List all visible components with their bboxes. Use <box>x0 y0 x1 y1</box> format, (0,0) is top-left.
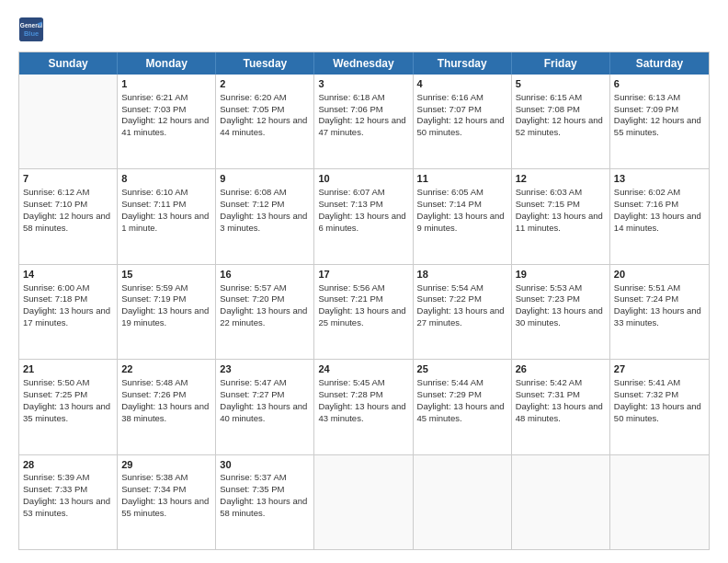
daylight-text: Daylight: 13 hours and 43 minutes. <box>318 401 408 425</box>
daylight-text: Daylight: 13 hours and 11 minutes. <box>516 211 606 235</box>
calendar-cell: 20 Sunrise: 5:51 AM Sunset: 7:24 PM Dayl… <box>610 265 709 359</box>
calendar-row: 1 Sunrise: 6:21 AM Sunset: 7:03 PM Dayli… <box>19 75 709 169</box>
sunset-text: Sunset: 7:32 PM <box>614 389 705 401</box>
weekday-header: Sunday <box>19 52 118 75</box>
sunrise-text: Sunrise: 5:39 AM <box>23 472 113 484</box>
calendar-cell: 2 Sunrise: 6:20 AM Sunset: 7:05 PM Dayli… <box>216 75 314 168</box>
day-number: 21 <box>23 362 113 376</box>
calendar-cell: 29 Sunrise: 5:38 AM Sunset: 7:34 PM Dayl… <box>118 455 216 549</box>
daylight-text: Daylight: 13 hours and 17 minutes. <box>23 305 113 329</box>
sunset-text: Sunset: 7:25 PM <box>23 389 113 401</box>
daylight-text: Daylight: 13 hours and 30 minutes. <box>516 305 606 329</box>
sunset-text: Sunset: 7:22 PM <box>417 293 507 305</box>
sunrise-text: Sunrise: 5:45 AM <box>318 377 408 389</box>
calendar-cell <box>19 75 118 168</box>
sunrise-text: Sunrise: 6:02 AM <box>614 187 705 199</box>
sunset-text: Sunset: 7:35 PM <box>220 484 310 496</box>
day-number: 17 <box>318 268 408 282</box>
day-number: 10 <box>318 172 408 186</box>
daylight-text: Daylight: 13 hours and 25 minutes. <box>318 305 408 329</box>
calendar-cell <box>314 455 413 549</box>
page: General Blue SundayMondayTuesdayWednesda… <box>0 0 728 563</box>
sunrise-text: Sunrise: 5:42 AM <box>516 377 606 389</box>
calendar-cell: 4 Sunrise: 6:16 AM Sunset: 7:07 PM Dayli… <box>414 75 512 168</box>
calendar-cell: 18 Sunrise: 5:54 AM Sunset: 7:22 PM Dayl… <box>414 265 512 359</box>
daylight-text: Daylight: 13 hours and 6 minutes. <box>318 211 408 235</box>
daylight-text: Daylight: 13 hours and 9 minutes. <box>417 211 507 235</box>
sunrise-text: Sunrise: 5:50 AM <box>23 377 113 389</box>
sunset-text: Sunset: 7:20 PM <box>220 293 310 305</box>
sunrise-text: Sunrise: 5:47 AM <box>220 377 310 389</box>
calendar-cell: 21 Sunrise: 5:50 AM Sunset: 7:25 PM Dayl… <box>19 360 118 454</box>
calendar-cell: 27 Sunrise: 5:41 AM Sunset: 7:32 PM Dayl… <box>610 360 709 454</box>
calendar-cell: 22 Sunrise: 5:48 AM Sunset: 7:26 PM Dayl… <box>118 360 216 454</box>
daylight-text: Daylight: 13 hours and 1 minute. <box>121 211 211 235</box>
sunrise-text: Sunrise: 6:03 AM <box>516 187 606 199</box>
day-number: 1 <box>121 77 211 91</box>
calendar-body: 1 Sunrise: 6:21 AM Sunset: 7:03 PM Dayli… <box>19 75 709 549</box>
calendar-cell: 30 Sunrise: 5:37 AM Sunset: 7:35 PM Dayl… <box>216 455 314 549</box>
sunset-text: Sunset: 7:27 PM <box>220 389 310 401</box>
sunset-text: Sunset: 7:08 PM <box>516 104 606 116</box>
day-number: 2 <box>220 77 310 91</box>
day-number: 15 <box>121 268 211 282</box>
sunrise-text: Sunrise: 5:53 AM <box>516 282 606 294</box>
daylight-text: Daylight: 13 hours and 53 minutes. <box>23 496 113 520</box>
sunrise-text: Sunrise: 6:16 AM <box>417 92 507 104</box>
calendar-cell: 1 Sunrise: 6:21 AM Sunset: 7:03 PM Dayli… <box>118 75 216 168</box>
weekday-header: Tuesday <box>216 52 314 75</box>
sunrise-text: Sunrise: 6:20 AM <box>220 92 310 104</box>
calendar-cell: 24 Sunrise: 5:45 AM Sunset: 7:28 PM Dayl… <box>314 360 413 454</box>
day-number: 9 <box>220 172 310 186</box>
sunrise-text: Sunrise: 5:48 AM <box>121 377 211 389</box>
day-number: 7 <box>23 172 113 186</box>
sunset-text: Sunset: 7:10 PM <box>23 199 113 211</box>
day-number: 18 <box>417 268 507 282</box>
sunrise-text: Sunrise: 6:21 AM <box>121 92 211 104</box>
day-number: 12 <box>516 172 606 186</box>
day-number: 25 <box>417 362 507 376</box>
sunset-text: Sunset: 7:12 PM <box>220 199 310 211</box>
daylight-text: Daylight: 13 hours and 48 minutes. <box>516 401 606 425</box>
daylight-text: Daylight: 13 hours and 58 minutes. <box>220 496 310 520</box>
sunrise-text: Sunrise: 6:10 AM <box>121 187 211 199</box>
weekday-header: Friday <box>512 52 610 75</box>
calendar-cell: 11 Sunrise: 6:05 AM Sunset: 7:14 PM Dayl… <box>414 169 512 263</box>
calendar-cell: 3 Sunrise: 6:18 AM Sunset: 7:06 PM Dayli… <box>314 75 413 168</box>
sunset-text: Sunset: 7:18 PM <box>23 293 113 305</box>
daylight-text: Daylight: 13 hours and 27 minutes. <box>417 305 507 329</box>
logo-icon: General Blue <box>18 17 44 42</box>
weekday-header: Monday <box>118 52 216 75</box>
sunrise-text: Sunrise: 5:38 AM <box>121 472 211 484</box>
day-number: 20 <box>614 268 705 282</box>
sunset-text: Sunset: 7:31 PM <box>516 389 606 401</box>
calendar-cell: 23 Sunrise: 5:47 AM Sunset: 7:27 PM Dayl… <box>216 360 314 454</box>
daylight-text: Daylight: 13 hours and 19 minutes. <box>121 305 211 329</box>
calendar-row: 14 Sunrise: 6:00 AM Sunset: 7:18 PM Dayl… <box>19 265 709 360</box>
calendar-cell: 19 Sunrise: 5:53 AM Sunset: 7:23 PM Dayl… <box>512 265 610 359</box>
day-number: 11 <box>417 172 507 186</box>
day-number: 27 <box>614 362 705 376</box>
sunrise-text: Sunrise: 6:18 AM <box>318 92 408 104</box>
daylight-text: Daylight: 12 hours and 44 minutes. <box>220 115 310 139</box>
sunset-text: Sunset: 7:07 PM <box>417 104 507 116</box>
calendar-cell: 14 Sunrise: 6:00 AM Sunset: 7:18 PM Dayl… <box>19 265 118 359</box>
day-number: 14 <box>23 268 113 282</box>
daylight-text: Daylight: 13 hours and 22 minutes. <box>220 305 310 329</box>
sunset-text: Sunset: 7:13 PM <box>318 199 408 211</box>
sunrise-text: Sunrise: 6:08 AM <box>220 187 310 199</box>
day-number: 30 <box>220 458 310 472</box>
sunrise-text: Sunrise: 5:37 AM <box>220 472 310 484</box>
daylight-text: Daylight: 12 hours and 47 minutes. <box>318 115 408 139</box>
calendar-cell: 28 Sunrise: 5:39 AM Sunset: 7:33 PM Dayl… <box>19 455 118 549</box>
sunrise-text: Sunrise: 6:12 AM <box>23 187 113 199</box>
sunrise-text: Sunrise: 6:13 AM <box>614 92 705 104</box>
daylight-text: Daylight: 13 hours and 35 minutes. <box>23 401 113 425</box>
calendar-cell: 17 Sunrise: 5:56 AM Sunset: 7:21 PM Dayl… <box>314 265 413 359</box>
daylight-text: Daylight: 13 hours and 45 minutes. <box>417 401 507 425</box>
header: General Blue <box>18 17 710 42</box>
day-number: 13 <box>614 172 705 186</box>
calendar-cell: 13 Sunrise: 6:02 AM Sunset: 7:16 PM Dayl… <box>610 169 709 263</box>
day-number: 4 <box>417 77 507 91</box>
calendar-cell: 15 Sunrise: 5:59 AM Sunset: 7:19 PM Dayl… <box>118 265 216 359</box>
